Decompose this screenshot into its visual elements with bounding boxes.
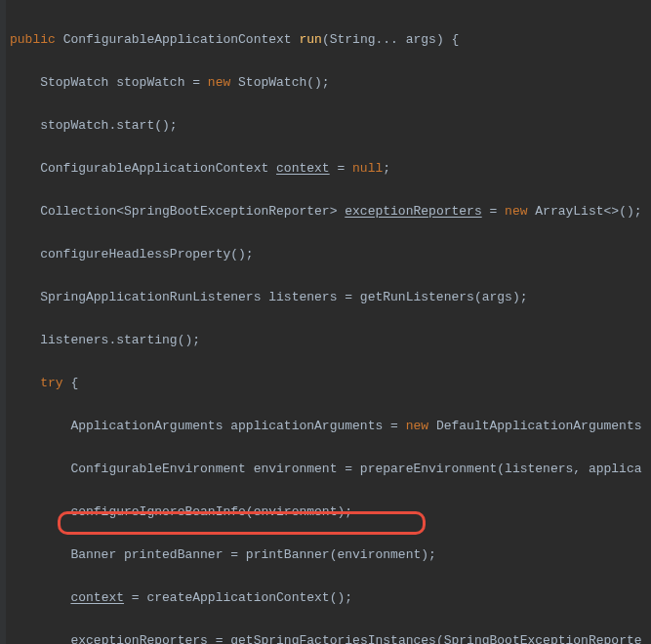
code-line: stopWatch.start(); (10, 115, 651, 137)
text: ; (383, 161, 390, 176)
text: = getSpringFactoriesInstances(SpringBoot… (208, 633, 642, 644)
text: Collection<SpringBootExceptionReporter> (10, 204, 345, 219)
code-line: Banner printedBanner = printBanner(envir… (10, 544, 651, 566)
return-type: ConfigurableApplicationContext (63, 32, 292, 47)
text: = createApplicationContext(); (124, 590, 352, 605)
text: ApplicationArguments applicationArgument… (10, 419, 406, 433)
keyword-new: new (505, 204, 527, 219)
text: configureHeadlessProperty(); (10, 247, 254, 262)
text: ArrayList<>(); (528, 204, 642, 219)
editor-gutter (0, 0, 6, 644)
text: = (330, 161, 352, 176)
var-context: context (276, 161, 330, 176)
var-context: context (70, 590, 124, 605)
code-line: StopWatch stopWatch = new StopWatch(); (10, 72, 651, 94)
method-name: run (299, 32, 321, 47)
text: Banner printedBanner = printBanner(envir… (10, 547, 436, 562)
text: = (482, 204, 505, 219)
keyword-public: public (10, 32, 56, 47)
text: DefaultApplicationArguments (428, 419, 641, 433)
keyword-new: new (208, 75, 230, 90)
text: SpringApplicationRunListeners listeners … (10, 290, 528, 304)
code-line: configureHeadlessProperty(); (10, 244, 651, 265)
params: (String... args) { (322, 32, 459, 47)
keyword-try: try (40, 376, 62, 390)
code-line: Collection<SpringBootExceptionReporter> … (10, 201, 651, 222)
keyword-new: new (406, 419, 428, 433)
text: ConfigurableApplicationContext (10, 161, 276, 176)
keyword-null: null (352, 161, 383, 176)
text (10, 590, 70, 605)
code-line: try { (10, 373, 651, 394)
var-exception-reporters: exceptionReporters (70, 633, 207, 644)
code-line: configureIgnoreBeanInfo(environment); (10, 502, 651, 523)
text: listeners.starting(); (10, 333, 200, 347)
text: stopWatch.start(); (10, 118, 178, 133)
code-line: listeners.starting(); (10, 330, 651, 351)
text: ConfigurableEnvironment environment = pr… (10, 462, 642, 476)
indent (10, 376, 40, 390)
code-line: public ConfigurableApplicationContext ru… (10, 29, 651, 51)
var-exception-reporters: exceptionReporters (345, 204, 481, 219)
code-line: exceptionReporters = getSpringFactoriesI… (10, 630, 651, 644)
code-line: context = createApplicationContext(); (10, 587, 651, 609)
code-line: SpringApplicationRunListeners listeners … (10, 287, 651, 308)
text: StopWatch(); (230, 75, 329, 90)
text: StopWatch stopWatch = (10, 75, 208, 90)
text: configureIgnoreBeanInfo(environment); (10, 504, 352, 519)
code-line: ConfigurableApplicationContext context =… (10, 158, 651, 180)
text: { (63, 376, 79, 390)
code-line: ApplicationArguments applicationArgument… (10, 416, 651, 437)
code-line: ConfigurableEnvironment environment = pr… (10, 459, 651, 480)
text (10, 633, 70, 644)
code-editor[interactable]: public ConfigurableApplicationContext ru… (0, 0, 651, 644)
